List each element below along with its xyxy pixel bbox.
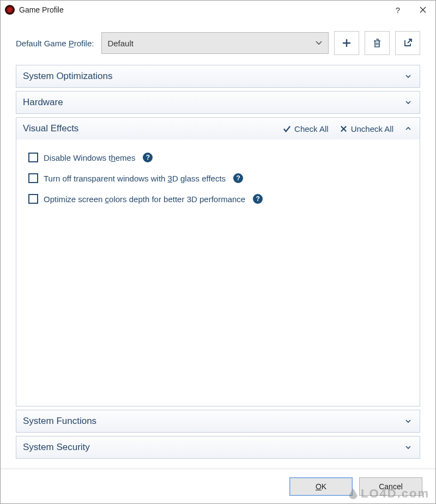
checkbox[interactable] <box>28 153 38 162</box>
chevron-down-icon <box>403 98 413 107</box>
option-color-depth[interactable]: Optimize screen colors depth for better … <box>28 189 412 209</box>
visual-effects-body: Disable Windows themes ? Turn off transp… <box>16 139 420 406</box>
add-profile-button[interactable] <box>334 31 359 55</box>
help-button[interactable]: ? <box>385 1 410 19</box>
export-icon <box>402 38 413 48</box>
section-hardware: Hardware <box>16 91 420 114</box>
option-disable-themes[interactable]: Disable Windows themes ? <box>28 147 412 168</box>
trash-icon <box>372 38 383 48</box>
chevron-down-icon <box>403 71 413 81</box>
chevron-down-icon <box>315 39 323 48</box>
ok-button[interactable]: OK <box>289 477 353 496</box>
section-header-system-functions[interactable]: System Functions <box>16 410 420 432</box>
export-profile-button[interactable] <box>395 31 420 55</box>
profile-row: Default Game Profile: Default <box>16 31 420 55</box>
profile-select[interactable]: Default <box>101 32 329 54</box>
help-icon[interactable]: ? <box>143 153 153 162</box>
section-system-security: System Security <box>16 436 420 459</box>
app-icon <box>5 5 15 15</box>
game-profile-window: Game Profile ? Default Game Profile: Def… <box>0 0 436 504</box>
checkbox[interactable] <box>28 173 38 183</box>
option-label: Optimize screen colors depth for better … <box>44 195 245 204</box>
section-header-system-security[interactable]: System Security <box>16 436 420 458</box>
section-system-functions: System Functions <box>16 410 420 433</box>
cancel-button[interactable]: Cancel <box>359 477 422 496</box>
checkbox[interactable] <box>28 194 38 204</box>
x-icon <box>340 125 348 133</box>
profile-select-value: Default <box>107 39 134 48</box>
check-icon <box>283 125 291 133</box>
profile-label: Default Game Profile: <box>16 39 96 48</box>
check-all-button[interactable]: Check All <box>283 124 329 133</box>
section-visual-effects: Visual Effects Check All Uncheck All <box>16 117 420 406</box>
plus-icon <box>341 38 352 48</box>
content-area: Default Game Profile: Default <box>1 19 435 469</box>
dialog-footer: OK Cancel <box>1 469 435 503</box>
delete-profile-button[interactable] <box>365 31 390 55</box>
section-system-optimizations: System Optimizations <box>16 65 420 88</box>
close-icon <box>420 7 426 13</box>
option-transparent-windows[interactable]: Turn off transparent windows with 3D gla… <box>28 168 412 189</box>
chevron-up-icon <box>403 124 413 133</box>
section-header-system-optimizations[interactable]: System Optimizations <box>16 65 420 87</box>
uncheck-all-button[interactable]: Uncheck All <box>340 124 393 133</box>
titlebar: Game Profile ? <box>1 1 435 19</box>
chevron-down-icon <box>403 442 413 452</box>
window-title: Game Profile <box>19 5 64 14</box>
option-label: Disable Windows themes <box>44 153 135 162</box>
option-label: Turn off transparent windows with 3D gla… <box>44 174 226 183</box>
close-button[interactable] <box>410 1 435 19</box>
section-header-visual-effects[interactable]: Visual Effects Check All Uncheck All <box>16 118 420 139</box>
help-icon[interactable]: ? <box>253 194 263 204</box>
help-icon[interactable]: ? <box>233 173 243 183</box>
section-header-hardware[interactable]: Hardware <box>16 92 420 113</box>
chevron-down-icon <box>403 416 413 426</box>
